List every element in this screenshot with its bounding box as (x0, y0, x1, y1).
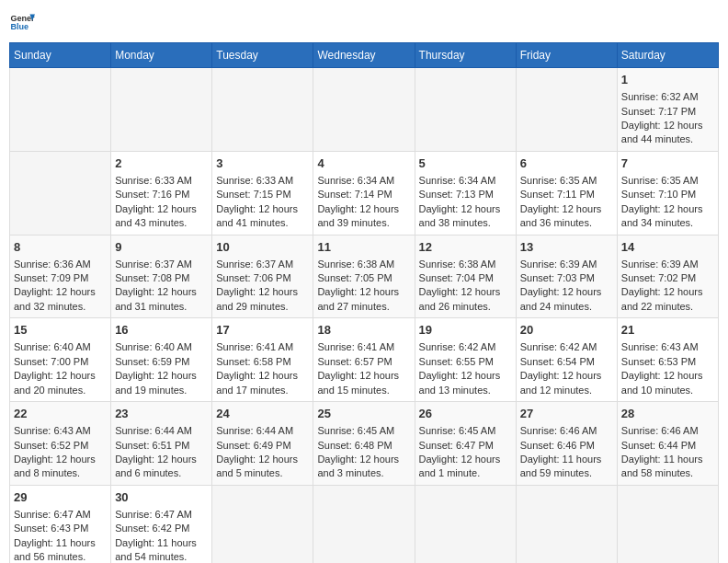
calendar-day-cell (212, 485, 313, 563)
day-number: 14 (621, 239, 714, 256)
calendar-day-cell: 5Sunrise: 6:34 AMSunset: 7:13 PMDaylight… (415, 151, 516, 235)
day-number: 18 (317, 322, 410, 339)
day-number: 5 (419, 155, 512, 172)
calendar-day-cell: 8Sunrise: 6:36 AMSunset: 7:09 PMDaylight… (10, 235, 111, 318)
calendar-day-cell: 26Sunrise: 6:45 AMSunset: 6:47 PMDayligh… (415, 402, 516, 486)
day-number: 24 (216, 406, 309, 422)
day-number: 25 (317, 406, 410, 422)
calendar-day-cell: 17Sunrise: 6:41 AMSunset: 6:58 PMDayligh… (212, 318, 313, 402)
day-number: 20 (520, 322, 613, 339)
day-number: 2 (115, 155, 208, 172)
calendar-day-cell (10, 68, 111, 152)
calendar-day-cell: 24Sunrise: 6:44 AMSunset: 6:49 PMDayligh… (212, 402, 313, 486)
calendar-day-cell (415, 68, 516, 152)
day-number: 16 (115, 322, 208, 339)
day-number: 17 (216, 322, 309, 339)
calendar-week-row: 2Sunrise: 6:33 AMSunset: 7:16 PMDaylight… (10, 151, 719, 235)
calendar-day-cell: 21Sunrise: 6:43 AMSunset: 6:53 PMDayligh… (617, 318, 718, 402)
day-number: 12 (419, 239, 512, 256)
calendar-day-cell: 23Sunrise: 6:44 AMSunset: 6:51 PMDayligh… (111, 402, 212, 486)
calendar-day-cell: 28Sunrise: 6:46 AMSunset: 6:44 PMDayligh… (617, 402, 718, 486)
day-of-week-header: Thursday (415, 43, 516, 68)
calendar-day-cell (617, 485, 718, 563)
calendar-day-cell (516, 68, 617, 152)
calendar-day-cell: 15Sunrise: 6:40 AMSunset: 7:00 PMDayligh… (10, 318, 111, 402)
calendar-day-cell: 20Sunrise: 6:42 AMSunset: 6:54 PMDayligh… (516, 318, 617, 402)
calendar-day-cell: 13Sunrise: 6:39 AMSunset: 7:03 PMDayligh… (516, 235, 617, 318)
day-of-week-header: Tuesday (212, 43, 313, 68)
calendar-day-cell (313, 485, 415, 563)
day-number: 21 (621, 322, 714, 339)
page-header: General Blue (9, 9, 719, 35)
calendar-day-cell (415, 485, 516, 563)
svg-text:Blue: Blue (10, 22, 28, 31)
day-number: 13 (520, 239, 613, 256)
day-number: 9 (115, 239, 208, 256)
calendar-day-cell: 1Sunrise: 6:32 AMSunset: 7:17 PMDaylight… (617, 68, 718, 152)
day-number: 11 (317, 239, 410, 256)
calendar-day-cell: 22Sunrise: 6:43 AMSunset: 6:52 PMDayligh… (10, 402, 111, 486)
calendar-day-cell: 11Sunrise: 6:38 AMSunset: 7:05 PMDayligh… (313, 235, 415, 318)
calendar-day-cell: 10Sunrise: 6:37 AMSunset: 7:06 PMDayligh… (212, 235, 313, 318)
day-number: 6 (520, 155, 613, 172)
logo-icon: General Blue (9, 9, 35, 35)
calendar-day-cell: 7Sunrise: 6:35 AMSunset: 7:10 PMDaylight… (617, 151, 718, 235)
day-number: 8 (14, 239, 107, 256)
day-number: 10 (216, 239, 309, 256)
day-number: 22 (14, 406, 107, 422)
day-number: 7 (621, 155, 714, 172)
calendar-day-cell (111, 68, 212, 152)
calendar-week-row: 29Sunrise: 6:47 AMSunset: 6:43 PMDayligh… (10, 485, 719, 563)
day-number: 30 (115, 489, 208, 506)
calendar-day-cell (313, 68, 415, 152)
calendar-day-cell: 19Sunrise: 6:42 AMSunset: 6:55 PMDayligh… (415, 318, 516, 402)
calendar-day-cell (516, 485, 617, 563)
calendar-day-cell: 16Sunrise: 6:40 AMSunset: 6:59 PMDayligh… (111, 318, 212, 402)
day-number: 19 (419, 322, 512, 339)
calendar-day-cell: 12Sunrise: 6:38 AMSunset: 7:04 PMDayligh… (415, 235, 516, 318)
calendar-day-cell (10, 151, 111, 235)
day-of-week-header: Sunday (10, 43, 111, 68)
calendar-day-cell: 9Sunrise: 6:37 AMSunset: 7:08 PMDaylight… (111, 235, 212, 318)
day-number: 26 (419, 406, 512, 422)
calendar-week-row: 1Sunrise: 6:32 AMSunset: 7:17 PMDaylight… (10, 68, 719, 152)
day-number: 23 (115, 406, 208, 422)
calendar-day-cell: 27Sunrise: 6:46 AMSunset: 6:46 PMDayligh… (516, 402, 617, 486)
calendar-day-cell: 2Sunrise: 6:33 AMSunset: 7:16 PMDaylight… (111, 151, 212, 235)
day-of-week-header: Friday (516, 43, 617, 68)
day-number: 1 (621, 72, 714, 88)
day-number: 15 (14, 322, 107, 339)
calendar-week-row: 22Sunrise: 6:43 AMSunset: 6:52 PMDayligh… (10, 402, 719, 486)
calendar-day-cell: 4Sunrise: 6:34 AMSunset: 7:14 PMDaylight… (313, 151, 415, 235)
day-of-week-header: Monday (111, 43, 212, 68)
logo: General Blue (9, 9, 35, 35)
day-number: 3 (216, 155, 309, 172)
calendar-day-cell: 6Sunrise: 6:35 AMSunset: 7:11 PMDaylight… (516, 151, 617, 235)
calendar-day-cell: 30Sunrise: 6:47 AMSunset: 6:42 PMDayligh… (111, 485, 212, 563)
calendar-day-cell: 18Sunrise: 6:41 AMSunset: 6:57 PMDayligh… (313, 318, 415, 402)
calendar-day-cell (212, 68, 313, 152)
calendar-day-cell: 29Sunrise: 6:47 AMSunset: 6:43 PMDayligh… (10, 485, 111, 563)
day-number: 29 (14, 489, 107, 506)
calendar-day-cell: 3Sunrise: 6:33 AMSunset: 7:15 PMDaylight… (212, 151, 313, 235)
calendar-header-row: SundayMondayTuesdayWednesdayThursdayFrid… (10, 43, 719, 68)
calendar-week-row: 8Sunrise: 6:36 AMSunset: 7:09 PMDaylight… (10, 235, 719, 318)
day-number: 28 (621, 406, 714, 422)
day-number: 4 (317, 155, 410, 172)
calendar-week-row: 15Sunrise: 6:40 AMSunset: 7:00 PMDayligh… (10, 318, 719, 402)
calendar-day-cell: 25Sunrise: 6:45 AMSunset: 6:48 PMDayligh… (313, 402, 415, 486)
calendar-table: SundayMondayTuesdayWednesdayThursdayFrid… (9, 42, 719, 563)
day-of-week-header: Wednesday (313, 43, 415, 68)
calendar-day-cell: 14Sunrise: 6:39 AMSunset: 7:02 PMDayligh… (617, 235, 718, 318)
day-of-week-header: Saturday (617, 43, 718, 68)
day-number: 27 (520, 406, 613, 422)
